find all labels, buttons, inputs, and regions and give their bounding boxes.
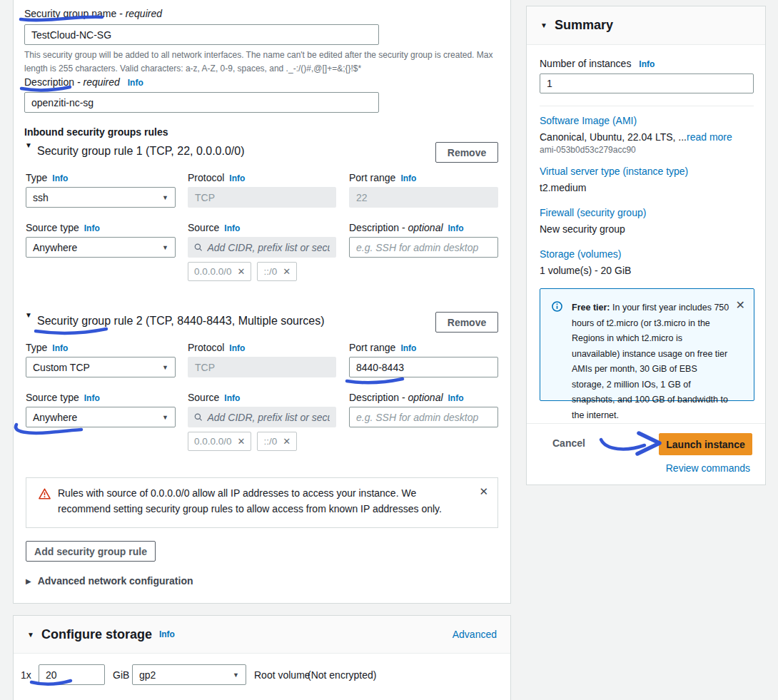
- security-group-name-help: This security group will be added to all…: [24, 49, 497, 76]
- source-chips: 0.0.0.0/0✕ ::/0✕: [188, 262, 297, 281]
- source-search-field[interactable]: Add CIDR, prefix list or security: [188, 407, 336, 427]
- info-circle-icon: [552, 301, 562, 312]
- review-commands-link[interactable]: Review commands: [666, 462, 750, 474]
- protocol-label: ProtocolInfo: [188, 172, 336, 183]
- software-image-link[interactable]: Software Image (AMI): [540, 115, 637, 126]
- launch-instance-button[interactable]: Launch instance: [659, 433, 752, 455]
- chip-close-icon[interactable]: ✕: [283, 266, 291, 277]
- info-link[interactable]: Info: [224, 223, 240, 233]
- security-group-rule-2: ▼ Security group rule 2 (TCP, 8440-8443,…: [14, 313, 510, 456]
- remove-rule-button[interactable]: Remove: [435, 312, 498, 333]
- configure-storage-panel: ▼ Configure storage Info Advanced 1x GiB…: [13, 615, 511, 700]
- info-link[interactable]: Info: [84, 393, 100, 403]
- security-group-rule-1: ▼ Security group rule 1 (TCP, 22, 0.0.0.…: [14, 143, 510, 286]
- security-group-name-label-text: Security group name: [24, 8, 116, 19]
- chip-close-icon[interactable]: ✕: [283, 436, 291, 447]
- add-security-group-rule-button[interactable]: Add security group rule: [26, 541, 156, 562]
- cidr-chip: ::/0✕: [257, 432, 297, 451]
- cidr-chip: 0.0.0.0/0✕: [188, 432, 251, 451]
- type-label: TypeInfo: [26, 342, 176, 353]
- info-link[interactable]: Info: [448, 393, 464, 403]
- type-select[interactable]: Custom TCP ▼: [26, 357, 176, 377]
- info-link[interactable]: Info: [229, 343, 245, 353]
- info-link[interactable]: Info: [229, 173, 245, 183]
- description-label-text: Description: [24, 76, 74, 88]
- source-type-select[interactable]: Anywhere ▼: [26, 237, 176, 258]
- info-link[interactable]: Info: [52, 173, 68, 183]
- summary-title: Summary: [555, 18, 613, 33]
- info-link[interactable]: Info: [400, 343, 416, 353]
- description-input[interactable]: [24, 92, 379, 113]
- chevron-down-icon: ▼: [162, 364, 168, 371]
- info-link[interactable]: Info: [400, 173, 416, 183]
- configure-storage-header: ▼ Configure storage Info Advanced: [14, 616, 510, 654]
- rule-description-label: Description - optionalInfo: [349, 392, 498, 403]
- chevron-down-icon: ▼: [233, 671, 239, 679]
- security-group-name-input[interactable]: [24, 24, 379, 45]
- protocol-field-disabled: TCP: [188, 187, 336, 208]
- info-link[interactable]: Info: [52, 343, 68, 353]
- warning-close-icon[interactable]: ✕: [479, 485, 488, 498]
- search-icon: [194, 412, 202, 422]
- info-link[interactable]: Info: [84, 223, 100, 233]
- collapse-caret-icon[interactable]: ▼: [27, 631, 34, 639]
- configure-storage-title: Configure storage: [41, 627, 152, 642]
- protocol-label: ProtocolInfo: [188, 342, 336, 353]
- source-type-label: Source typeInfo: [26, 222, 176, 233]
- chip-close-icon[interactable]: ✕: [238, 266, 246, 277]
- required-suffix: - required: [119, 8, 162, 19]
- rule-title: Security group rule 2 (TCP, 8440-8443, M…: [37, 315, 325, 328]
- root-volume-label: Root volume: [254, 669, 310, 681]
- volume-size-input[interactable]: [39, 664, 105, 685]
- info-link[interactable]: Info: [448, 223, 464, 233]
- warning-text: Rules with source of 0.0.0.0/0 allow all…: [58, 486, 470, 517]
- source-type-select[interactable]: Anywhere ▼: [26, 407, 176, 427]
- source-label: SourceInfo: [188, 222, 336, 233]
- protocol-field-disabled: TCP: [188, 357, 336, 377]
- inbound-rules-title: Inbound security groups rules: [24, 126, 168, 138]
- volume-unit-label: GiB: [113, 669, 129, 681]
- chip-close-icon[interactable]: ✕: [238, 436, 246, 447]
- collapse-caret-icon[interactable]: ▼: [540, 21, 547, 29]
- rule-description-label: Description - optionalInfo: [349, 222, 498, 233]
- source-type-select-value: Anywhere: [33, 412, 77, 423]
- infobox-close-icon[interactable]: ✕: [736, 298, 745, 312]
- instance-type-value: t2.medium: [540, 182, 586, 193]
- info-link[interactable]: Info: [224, 393, 240, 403]
- port-range-field-disabled: 22: [349, 187, 498, 208]
- storage-volumes-link[interactable]: Storage (volumes): [540, 248, 621, 260]
- remove-rule-button[interactable]: Remove: [435, 142, 498, 163]
- collapse-caret-icon[interactable]: ▼: [25, 311, 32, 319]
- number-of-instances-input[interactable]: [540, 73, 754, 93]
- port-range-input[interactable]: [349, 357, 498, 377]
- source-search-field[interactable]: Add CIDR, prefix list or security: [188, 237, 336, 258]
- advanced-network-configuration-toggle[interactable]: ▶ Advanced network configuration: [26, 575, 193, 587]
- info-link[interactable]: Info: [639, 59, 655, 69]
- cancel-button[interactable]: Cancel: [552, 437, 585, 449]
- chevron-down-icon: ▼: [162, 244, 168, 251]
- chevron-down-icon: ▼: [162, 194, 168, 201]
- network-settings-panel: Security group name - required This secu…: [13, 0, 511, 604]
- summary-panel: ▼ Summary Number of instances Info Softw…: [526, 6, 766, 485]
- source-chips: 0.0.0.0/0✕ ::/0✕: [188, 432, 297, 451]
- port-range-label: Port rangeInfo: [349, 342, 498, 353]
- volume-type-select[interactable]: gp2 ▼: [132, 664, 246, 685]
- software-image-value: Canonical, Ubuntu, 22.04 LTS, ...read mo…: [540, 131, 732, 143]
- rule-title: Security group rule 1 (TCP, 22, 0.0.0.0/…: [37, 145, 245, 158]
- storage-advanced-link[interactable]: Advanced: [453, 629, 497, 640]
- read-more-link[interactable]: read more: [687, 131, 732, 143]
- rule-description-input[interactable]: [349, 237, 498, 258]
- firewall-link[interactable]: Firewall (security group): [540, 207, 646, 218]
- info-link[interactable]: Info: [159, 629, 175, 639]
- volume-type-value: gp2: [139, 669, 156, 681]
- free-tier-infobox: Free tier: In your first year includes 7…: [540, 288, 754, 401]
- warning-icon: [39, 488, 51, 499]
- info-link[interactable]: Info: [128, 78, 143, 88]
- advanced-network-label: Advanced network configuration: [38, 575, 193, 587]
- summary-header: ▼ Summary: [527, 6, 765, 45]
- caret-right-icon: ▶: [26, 577, 31, 585]
- instance-type-link[interactable]: Virtual server type (instance type): [540, 166, 688, 177]
- rule-description-input[interactable]: [349, 407, 498, 427]
- collapse-caret-icon[interactable]: ▼: [25, 141, 32, 149]
- type-select[interactable]: ssh ▼: [26, 187, 176, 208]
